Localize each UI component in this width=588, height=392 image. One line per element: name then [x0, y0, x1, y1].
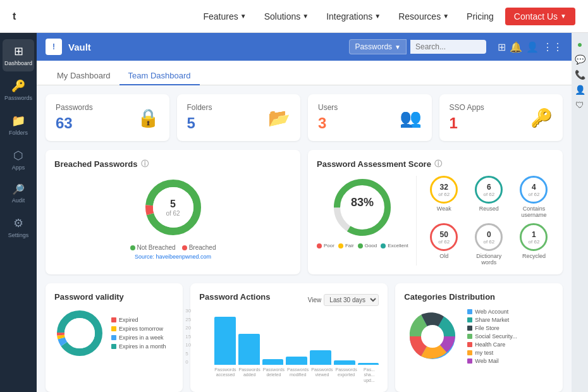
- bar-accessed: [214, 317, 236, 365]
- svg-text:83%: 83%: [351, 196, 374, 209]
- stat-users: Users 3 👥: [308, 94, 432, 141]
- charts-row-1: Breached Passwords ⓘ 5: [46, 150, 563, 274]
- sidebar-item-apps[interactable]: ⬡ Apps: [3, 144, 34, 176]
- nav-solutions[interactable]: Solutions ▼: [258, 8, 315, 25]
- stat-sso: SSO Apps 1 🔑: [439, 94, 563, 141]
- notification-icon[interactable]: 🔔: [510, 41, 522, 53]
- main-container: ⊞ Dashboard 🔑 Passwords 📁 Folders ⬡ Apps…: [0, 33, 588, 392]
- site-logo: t: [13, 11, 16, 22]
- validity-legend: Expired Expires tomorrow Expires in a we…: [111, 317, 166, 350]
- stat-passwords-value: 63: [56, 114, 93, 132]
- validity-inner: Expired Expires tomorrow Expires in a we…: [54, 308, 174, 358]
- sidebar-label-apps: Apps: [12, 164, 25, 171]
- apps-grid-icon[interactable]: ⋮⋮: [542, 41, 563, 53]
- tab-my-dashboard[interactable]: My Dashboard: [48, 67, 119, 85]
- right-icon-chat[interactable]: 💬: [575, 54, 585, 64]
- sidebar-item-passwords[interactable]: 🔑 Passwords: [3, 74, 34, 106]
- breached-center-label: 5 of 62: [166, 199, 180, 217]
- nav-features[interactable]: Features ▼: [197, 8, 252, 25]
- vault-header: ! Vault Passwords ▼ ⊞ 🔔 👤 ⋮⋮: [37, 33, 572, 61]
- validity-title: Password validity: [54, 292, 174, 302]
- sidebar-item-dashboard[interactable]: ⊞ Dashboard: [3, 39, 34, 71]
- assessment-inner: 83% Poor Fair Good Excellent: [317, 176, 554, 266]
- score-dictionary: 0 of 62 Dictionary words: [469, 223, 509, 266]
- validity-card: Password validity Exp: [46, 283, 183, 392]
- right-icon-shield[interactable]: 🛡: [575, 100, 584, 110]
- sidebar-label-dashboard: Dashboard: [4, 60, 32, 66]
- dashboard-tabs: My Dashboard Team Dashboard: [37, 61, 572, 85]
- stat-folders-label: Folders: [187, 103, 212, 112]
- stats-row: Passwords 63 🔒 Folders 5 📂 Users 3: [46, 94, 563, 141]
- apps-icon: ⬡: [13, 149, 23, 162]
- sidebar-item-audit[interactable]: 🔎 Audit: [3, 178, 34, 209]
- categories-pie-inner: Web Account Share Market File Store Soci…: [404, 308, 554, 365]
- sidebar-label-passwords: Passwords: [4, 95, 32, 101]
- assessment-title: Password Assessment Score ⓘ: [317, 159, 554, 169]
- bar-viewed: [310, 350, 331, 365]
- stat-sso-value: 1: [450, 114, 484, 132]
- actions-title: Password Actions: [199, 292, 270, 302]
- score-reused: 6 of 62 Reused: [469, 176, 509, 218]
- bar-chart: [214, 308, 379, 365]
- actions-header: Password Actions View Last 30 days Last …: [199, 292, 379, 308]
- period-select[interactable]: Last 30 days Last 7 days Last 90 days: [324, 294, 379, 306]
- search-category-dropdown[interactable]: Passwords ▼: [349, 39, 407, 54]
- dashboard-content: Passwords 63 🔒 Folders 5 📂 Users 3: [37, 85, 572, 392]
- category-chevron: ▼: [395, 44, 401, 51]
- bar-chart-wrapper: 302520151050 Passwords access: [199, 308, 379, 383]
- right-icon-phone[interactable]: 📞: [575, 70, 585, 80]
- nav-integrations[interactable]: Integrations ▼: [320, 8, 387, 25]
- legend-breached: Breached: [182, 244, 216, 251]
- stat-folders-icon: 📂: [268, 107, 290, 128]
- stat-folders-value: 5: [187, 114, 212, 132]
- stat-folders-info: Folders 5: [187, 103, 212, 132]
- score-recycled: 1 of 62 Recycled: [514, 223, 554, 266]
- score-old: 50 of 62 Old: [424, 223, 464, 266]
- bar-chart-yaxis: 302520151050: [185, 308, 191, 365]
- score-contains-username: 4 of 62 Contains username: [514, 176, 554, 218]
- actions-view: View Last 30 days Last 7 days Last 90 da…: [308, 294, 379, 306]
- stat-users-label: Users: [318, 103, 338, 112]
- assessment-info-icon[interactable]: ⓘ: [434, 159, 442, 169]
- right-icon-status[interactable]: ●: [577, 39, 582, 49]
- sidebar-item-folders[interactable]: 📁 Folders: [3, 109, 34, 141]
- breached-donut: 5 of 62: [142, 176, 205, 239]
- search-input[interactable]: [410, 40, 486, 54]
- stat-sso-info: SSO Apps 1: [450, 103, 484, 132]
- source-link[interactable]: Source: haveibeenpwned.com: [135, 254, 211, 260]
- categories-card: Categories Distribution: [395, 283, 563, 392]
- contact-button[interactable]: Contact Us ▼: [505, 8, 575, 25]
- bottom-row: Password validity Exp: [46, 283, 563, 392]
- nav-pricing[interactable]: Pricing: [460, 8, 500, 25]
- settings-icon: ⚙: [13, 216, 23, 230]
- top-navigation: t Features ▼ Solutions ▼ Integrations ▼ …: [0, 0, 588, 33]
- actions-card: Password Actions View Last 30 days Last …: [190, 283, 388, 392]
- sidebar-label-audit: Audit: [12, 197, 25, 204]
- stat-sso-label: SSO Apps: [450, 103, 484, 112]
- grid-icon[interactable]: ⊞: [498, 41, 506, 53]
- tab-team-dashboard[interactable]: Team Dashboard: [119, 67, 200, 85]
- folders-icon: 📁: [11, 114, 25, 128]
- stat-passwords: Passwords 63 🔒: [46, 94, 169, 141]
- nav-resources[interactable]: Resources ▼: [392, 8, 455, 25]
- breached-legend: Not Breached Breached: [130, 244, 216, 251]
- assessment-score-card: Password Assessment Score ⓘ 83%: [308, 150, 563, 274]
- sidebar-item-settings[interactable]: ⚙ Settings: [3, 211, 34, 243]
- right-sidebar: ● 💬 📞 👤 🛡: [572, 33, 588, 392]
- user-icon[interactable]: 👤: [526, 41, 539, 53]
- sidebar: ⊞ Dashboard 🔑 Passwords 📁 Folders ⬡ Apps…: [0, 33, 37, 392]
- validity-donut: [54, 308, 105, 358]
- search-category-label: Passwords: [355, 42, 392, 51]
- categories-legend: Web Account Share Market File Store Soci…: [467, 309, 517, 364]
- vault-logo: !: [46, 39, 62, 55]
- breached-info-icon[interactable]: ⓘ: [141, 159, 149, 169]
- right-icon-user[interactable]: 👤: [575, 85, 585, 95]
- passwords-icon: 🔑: [11, 79, 25, 93]
- dashboard-icon: ⊞: [14, 44, 23, 58]
- categories-pie: [404, 308, 461, 365]
- bar-added: [238, 334, 260, 365]
- vault-title: Vault: [68, 42, 91, 52]
- bar-deleted: [262, 359, 284, 365]
- stat-users-info: Users 3: [318, 103, 338, 132]
- breached-title: Breached Passwords ⓘ: [54, 159, 291, 169]
